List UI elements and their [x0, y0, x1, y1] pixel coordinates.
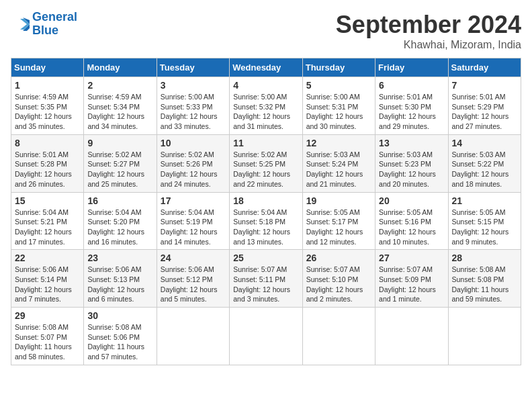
- calendar-cell: 1Sunrise: 4:59 AM Sunset: 5:35 PM Daylig…: [11, 77, 84, 135]
- day-number: 19: [306, 195, 371, 206]
- day-info: Sunrise: 5:01 AM Sunset: 5:30 PM Dayligh…: [379, 92, 444, 132]
- day-number: 5: [306, 80, 371, 91]
- calendar-cell: [230, 308, 302, 365]
- day-info: Sunrise: 5:08 AM Sunset: 5:06 PM Dayligh…: [87, 322, 152, 362]
- day-number: 8: [15, 138, 80, 148]
- calendar-cell: 14Sunrise: 5:03 AM Sunset: 5:22 PM Dayli…: [448, 134, 521, 192]
- location-title: Khawhai, Mizoram, India: [336, 39, 521, 51]
- day-info: Sunrise: 5:05 AM Sunset: 5:15 PM Dayligh…: [452, 208, 517, 247]
- day-number: 26: [306, 253, 371, 263]
- day-number: 16: [87, 195, 152, 206]
- day-number: 30: [87, 310, 152, 321]
- day-info: Sunrise: 5:02 AM Sunset: 5:25 PM Dayligh…: [233, 150, 298, 189]
- day-info: Sunrise: 5:01 AM Sunset: 5:28 PM Dayligh…: [15, 150, 80, 189]
- col-thursday: Thursday: [302, 58, 375, 77]
- day-number: 6: [379, 80, 444, 91]
- calendar-cell: 3Sunrise: 5:00 AM Sunset: 5:33 PM Daylig…: [157, 77, 229, 135]
- day-number: 12: [306, 138, 371, 148]
- day-info: Sunrise: 5:00 AM Sunset: 5:31 PM Dayligh…: [306, 92, 371, 132]
- day-number: 10: [161, 138, 226, 148]
- day-info: Sunrise: 5:05 AM Sunset: 5:16 PM Dayligh…: [379, 208, 444, 247]
- day-number: 15: [15, 195, 80, 206]
- col-sunday: Sunday: [11, 58, 84, 77]
- day-info: Sunrise: 5:02 AM Sunset: 5:27 PM Dayligh…: [87, 150, 152, 189]
- day-number: 9: [87, 138, 152, 148]
- day-number: 24: [161, 253, 226, 263]
- logo-icon: [11, 15, 30, 34]
- day-number: 13: [379, 138, 444, 148]
- day-info: Sunrise: 5:03 AM Sunset: 5:22 PM Dayligh…: [452, 150, 517, 189]
- calendar-cell: 30Sunrise: 5:08 AM Sunset: 5:06 PM Dayli…: [84, 308, 157, 365]
- calendar-week-3: 15Sunrise: 5:04 AM Sunset: 5:21 PM Dayli…: [11, 192, 521, 250]
- calendar-cell: [302, 308, 375, 365]
- calendar-week-2: 8Sunrise: 5:01 AM Sunset: 5:28 PM Daylig…: [11, 134, 521, 192]
- calendar-cell: 22Sunrise: 5:06 AM Sunset: 5:14 PM Dayli…: [11, 250, 84, 308]
- day-info: Sunrise: 5:00 AM Sunset: 5:32 PM Dayligh…: [233, 92, 298, 132]
- day-number: 2: [87, 80, 152, 91]
- day-info: Sunrise: 5:07 AM Sunset: 5:11 PM Dayligh…: [233, 265, 298, 304]
- calendar-cell: 25Sunrise: 5:07 AM Sunset: 5:11 PM Dayli…: [230, 250, 302, 308]
- calendar-cell: 13Sunrise: 5:03 AM Sunset: 5:23 PM Dayli…: [375, 134, 448, 192]
- day-number: 21: [452, 195, 517, 206]
- day-info: Sunrise: 5:04 AM Sunset: 5:21 PM Dayligh…: [15, 208, 80, 247]
- day-info: Sunrise: 5:05 AM Sunset: 5:17 PM Dayligh…: [306, 208, 371, 247]
- day-info: Sunrise: 5:07 AM Sunset: 5:10 PM Dayligh…: [306, 265, 371, 304]
- calendar-table: Sunday Monday Tuesday Wednesday Thursday…: [11, 58, 521, 365]
- calendar-cell: 18Sunrise: 5:04 AM Sunset: 5:18 PM Dayli…: [230, 192, 302, 250]
- col-tuesday: Tuesday: [157, 58, 229, 77]
- day-info: Sunrise: 5:06 AM Sunset: 5:14 PM Dayligh…: [15, 265, 80, 304]
- calendar-cell: 7Sunrise: 5:01 AM Sunset: 5:29 PM Daylig…: [448, 77, 521, 135]
- calendar-cell: 29Sunrise: 5:08 AM Sunset: 5:07 PM Dayli…: [11, 308, 84, 365]
- calendar-cell: [157, 308, 229, 365]
- col-saturday: Saturday: [448, 58, 521, 77]
- day-number: 27: [379, 253, 444, 263]
- calendar-cell: 5Sunrise: 5:00 AM Sunset: 5:31 PM Daylig…: [302, 77, 375, 135]
- calendar-header-row: Sunday Monday Tuesday Wednesday Thursday…: [11, 58, 521, 77]
- day-number: 3: [161, 80, 226, 91]
- calendar-cell: 2Sunrise: 4:59 AM Sunset: 5:34 PM Daylig…: [84, 77, 157, 135]
- day-number: 11: [233, 138, 298, 148]
- day-number: 22: [15, 253, 80, 263]
- day-info: Sunrise: 5:01 AM Sunset: 5:29 PM Dayligh…: [452, 92, 517, 132]
- day-number: 29: [15, 310, 80, 321]
- calendar-cell: 4Sunrise: 5:00 AM Sunset: 5:32 PM Daylig…: [230, 77, 302, 135]
- day-number: 20: [379, 195, 444, 206]
- calendar-cell: 15Sunrise: 5:04 AM Sunset: 5:21 PM Dayli…: [11, 192, 84, 250]
- calendar-cell: 16Sunrise: 5:04 AM Sunset: 5:20 PM Dayli…: [84, 192, 157, 250]
- day-info: Sunrise: 4:59 AM Sunset: 5:35 PM Dayligh…: [15, 92, 80, 132]
- page-header: General Blue September 2024 Khawhai, Miz…: [11, 11, 521, 51]
- day-number: 23: [87, 253, 152, 263]
- day-number: 25: [233, 253, 298, 263]
- calendar-cell: 9Sunrise: 5:02 AM Sunset: 5:27 PM Daylig…: [84, 134, 157, 192]
- day-info: Sunrise: 5:08 AM Sunset: 5:08 PM Dayligh…: [452, 265, 517, 304]
- day-info: Sunrise: 5:07 AM Sunset: 5:09 PM Dayligh…: [379, 265, 444, 304]
- calendar-cell: 11Sunrise: 5:02 AM Sunset: 5:25 PM Dayli…: [230, 134, 302, 192]
- calendar-cell: 17Sunrise: 5:04 AM Sunset: 5:19 PM Dayli…: [157, 192, 229, 250]
- day-info: Sunrise: 5:08 AM Sunset: 5:07 PM Dayligh…: [15, 322, 80, 362]
- calendar-cell: [448, 308, 521, 365]
- day-info: Sunrise: 5:03 AM Sunset: 5:24 PM Dayligh…: [306, 150, 371, 189]
- calendar-week-1: 1Sunrise: 4:59 AM Sunset: 5:35 PM Daylig…: [11, 77, 521, 135]
- calendar-cell: 27Sunrise: 5:07 AM Sunset: 5:09 PM Dayli…: [375, 250, 448, 308]
- calendar-week-5: 29Sunrise: 5:08 AM Sunset: 5:07 PM Dayli…: [11, 308, 521, 365]
- calendar-cell: 19Sunrise: 5:05 AM Sunset: 5:17 PM Dayli…: [302, 192, 375, 250]
- calendar-cell: 21Sunrise: 5:05 AM Sunset: 5:15 PM Dayli…: [448, 192, 521, 250]
- col-wednesday: Wednesday: [230, 58, 302, 77]
- calendar-cell: 24Sunrise: 5:06 AM Sunset: 5:12 PM Dayli…: [157, 250, 229, 308]
- day-info: Sunrise: 5:02 AM Sunset: 5:26 PM Dayligh…: [161, 150, 226, 189]
- month-title: September 2024: [336, 11, 521, 39]
- calendar-cell: 28Sunrise: 5:08 AM Sunset: 5:08 PM Dayli…: [448, 250, 521, 308]
- day-number: 17: [161, 195, 226, 206]
- day-info: Sunrise: 5:06 AM Sunset: 5:13 PM Dayligh…: [87, 265, 152, 304]
- logo-text: General Blue: [32, 11, 77, 38]
- day-number: 28: [452, 253, 517, 263]
- col-friday: Friday: [375, 58, 448, 77]
- day-info: Sunrise: 5:04 AM Sunset: 5:20 PM Dayligh…: [87, 208, 152, 247]
- day-number: 18: [233, 195, 298, 206]
- calendar-cell: 6Sunrise: 5:01 AM Sunset: 5:30 PM Daylig…: [375, 77, 448, 135]
- calendar-cell: 10Sunrise: 5:02 AM Sunset: 5:26 PM Dayli…: [157, 134, 229, 192]
- day-info: Sunrise: 5:04 AM Sunset: 5:18 PM Dayligh…: [233, 208, 298, 247]
- col-monday: Monday: [84, 58, 157, 77]
- day-info: Sunrise: 5:04 AM Sunset: 5:19 PM Dayligh…: [161, 208, 226, 247]
- calendar-week-4: 22Sunrise: 5:06 AM Sunset: 5:14 PM Dayli…: [11, 250, 521, 308]
